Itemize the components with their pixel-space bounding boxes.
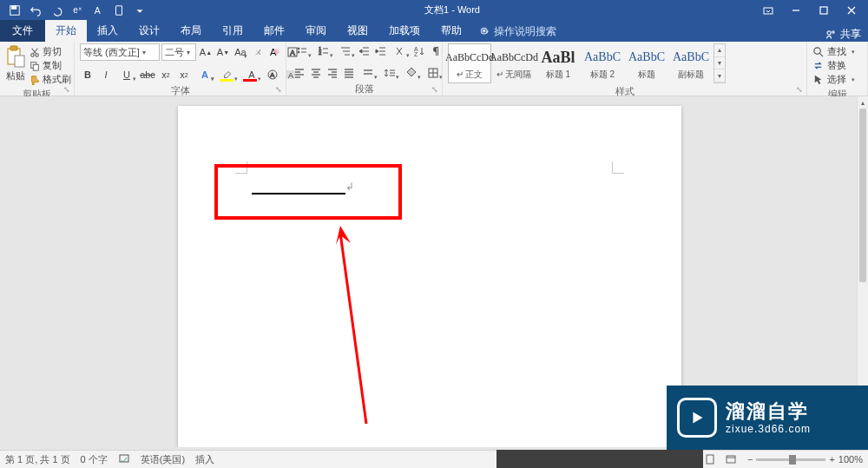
sort-icon[interactable]: AZ [411,43,427,59]
bold-icon[interactable]: B [80,67,95,82]
qat-customize-icon[interactable] [130,2,149,19]
tab-addins[interactable]: 加载项 [378,20,431,42]
style-heading2[interactable]: AaBbC标题 2 [581,43,624,83]
font-family-combo[interactable]: 等线 (西文正]▾ [80,43,160,61]
tab-review[interactable]: 审阅 [295,20,337,42]
underline-icon[interactable]: U▾ [116,67,137,82]
font-launcher-icon[interactable]: ⤡ [275,85,284,94]
align-center-icon[interactable] [308,65,324,81]
styles-launcher-icon[interactable]: ⤡ [796,85,805,94]
increase-indent-icon[interactable] [373,43,389,59]
paragraph-launcher-icon[interactable]: ⤡ [431,85,440,94]
language-indicator[interactable]: 英语(美国) [141,453,185,466]
multilevel-list-icon[interactable]: ▾ [335,43,356,59]
align-left-icon[interactable] [292,65,307,81]
quick-access-toolbar: eˣ A [0,2,149,19]
tab-help[interactable]: 帮助 [431,20,472,42]
style-subtitle[interactable]: AaBbC副标题 [669,43,713,83]
cut-label: 剪切 [43,45,62,58]
change-case-icon[interactable]: Aa▾ [233,44,248,60]
word-count[interactable]: 0 个字 [81,453,108,466]
print-layout-icon[interactable] [700,452,720,467]
style-no-spacing[interactable]: AaBbCcDd↵ 无间隔 [492,43,536,83]
font-dialog-icon[interactable]: A [89,2,108,19]
equation-icon[interactable]: eˣ [68,2,87,19]
tab-home[interactable]: 开始 [45,20,87,42]
strikethrough-icon[interactable]: abc [140,67,155,82]
select-button[interactable]: 选择▾ [812,73,855,86]
zoom-out-icon[interactable]: − [747,454,753,465]
shrink-font-icon[interactable]: A▼ [215,44,231,60]
zoom-control[interactable]: − + 100% [747,454,863,465]
close-icon[interactable] [838,2,865,19]
undo-icon[interactable] [26,2,45,19]
spellcheck-icon[interactable] [118,452,130,466]
cut-button[interactable]: 剪切 [30,45,71,58]
web-layout-icon[interactable] [721,452,740,467]
justify-icon[interactable] [341,65,357,81]
tab-design[interactable]: 设计 [128,20,170,42]
svg-rect-14 [10,46,17,50]
insert-mode[interactable]: 插入 [195,453,214,466]
phonetic-guide-icon[interactable]: ㄨ [250,44,266,60]
clear-formatting-icon[interactable]: A [267,44,283,60]
svg-text:Z: Z [414,51,418,57]
page[interactable] [178,106,681,447]
tab-file[interactable]: 文件 [0,20,45,42]
shading-icon[interactable]: ▾ [401,65,422,81]
enclose-characters-icon[interactable]: A [265,67,280,82]
highlight-color-icon[interactable]: ▾ [218,67,239,82]
italic-icon[interactable]: I [98,67,114,82]
style-heading1[interactable]: AaBl标题 1 [536,43,580,83]
grow-font-icon[interactable]: A▲ [198,44,214,60]
zoom-percent[interactable]: 100% [838,454,863,465]
distribute-icon[interactable]: ▾ [358,65,378,81]
tab-references[interactable]: 引用 [212,20,253,42]
maximize-icon[interactable] [811,2,837,19]
ribbon-tabs: 文件 开始 插入 设计 布局 引用 邮件 审阅 视图 加载项 帮助 操作说明搜索… [0,20,868,42]
borders-icon[interactable]: ▾ [423,65,444,81]
text-effects-icon[interactable]: A▾ [194,67,215,82]
numbering-icon[interactable]: 12▾ [313,43,334,59]
line-spacing-icon[interactable]: ▾ [379,65,400,81]
font-color-icon[interactable]: A▾ [241,67,262,82]
status-bar: 第 1 页, 共 1 页 0 个字 英语(美国) 插入 − + 100% [0,450,868,468]
copy-button[interactable]: 复制 [30,59,71,72]
share-button[interactable]: 共享 [825,27,861,42]
asian-layout-icon[interactable]: ▾ [390,43,411,59]
replace-button[interactable]: 替换 [812,59,855,72]
superscript-icon[interactable]: x2 [176,67,192,82]
tab-mailings[interactable]: 邮件 [253,20,295,42]
style-normal[interactable]: AaBbCcDd↵ 正文 [448,43,491,83]
page-indicator[interactable]: 第 1 页, 共 1 页 [5,453,70,466]
svg-text:A: A [95,4,101,15]
scroll-up-icon[interactable]: ▴ [858,96,868,109]
ribbon: 粘贴 剪切 复制 格式刷 剪贴板 ⤡ 等线 (西文正]▾ 二号▾ A▲ A▼ A… [0,42,868,96]
bullets-icon[interactable]: ▾ [292,43,312,59]
minimize-icon[interactable] [783,2,809,19]
style-scroll[interactable]: ▴▾▾ [713,43,726,83]
scroll-thumb[interactable] [859,109,866,282]
subscript-icon[interactable]: x2 [158,67,174,82]
save-icon[interactable] [5,2,24,19]
align-right-icon[interactable] [325,65,340,81]
format-painter-button[interactable]: 格式刷 [30,73,71,86]
tell-me-search[interactable]: 操作说明搜索 [472,22,563,42]
svg-rect-6 [820,7,827,14]
ribbon-display-icon[interactable] [755,2,781,19]
style-title[interactable]: AaBbC标题 [625,43,668,83]
zoom-slider[interactable] [756,458,825,461]
touch-mode-icon[interactable] [109,2,128,19]
zoom-in-icon[interactable]: + [829,454,834,465]
tab-layout[interactable]: 布局 [170,20,212,42]
decrease-indent-icon[interactable] [357,43,372,59]
svg-rect-15 [15,56,24,67]
tab-insert[interactable]: 插入 [87,20,128,42]
show-marks-icon[interactable] [428,43,444,59]
clipboard-launcher-icon[interactable]: ⤡ [63,85,72,94]
font-size-combo[interactable]: 二号▾ [161,43,196,61]
find-button[interactable]: 查找▾ [812,45,855,58]
redo-icon[interactable] [47,2,66,19]
paste-button[interactable]: 粘贴 [5,43,26,82]
tab-view[interactable]: 视图 [337,20,378,42]
